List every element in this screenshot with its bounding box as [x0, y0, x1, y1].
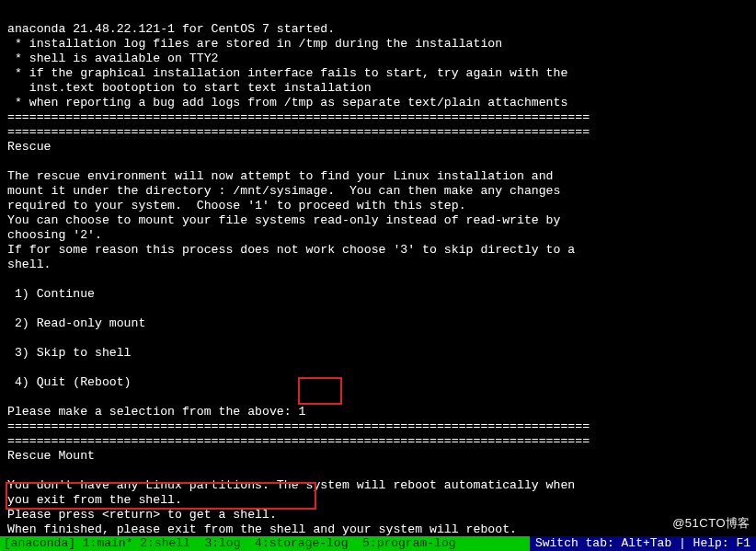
rescue-text: shell.: [7, 258, 51, 271]
menu-option[interactable]: 2) Read-only mount: [7, 316, 145, 330]
mount-text: you exit from the shell.: [7, 493, 182, 507]
blank-line: [7, 155, 15, 168]
rescue-text: You can choose to mount your file system…: [7, 213, 560, 227]
header-bullet: * installation log files are stored in /…: [7, 37, 502, 51]
mount-text: When finished, please exit from the shel…: [7, 522, 517, 536]
blank-line: [7, 361, 15, 374]
status-bar: [anaconda] 1:main* 2:shell 3:log 4:stora…: [0, 536, 756, 551]
header-line: anaconda 21.48.22.121-1 for CentOS 7 sta…: [7, 22, 335, 36]
rescue-text: choosing '2'.: [7, 228, 102, 242]
rescue-text: required to your system. Choose '1' to p…: [7, 199, 466, 212]
input-highlight-box: [298, 377, 342, 405]
rescue-text: If for some reason this process does not…: [7, 243, 575, 257]
header-bullet: * if the graphical installation interfac…: [7, 66, 567, 80]
menu-option[interactable]: 3) Skip to shell: [7, 346, 132, 360]
divider: ========================================…: [7, 110, 590, 139]
press-return-line[interactable]: Please press <return> to get a shell.: [7, 508, 277, 522]
blank-line: [7, 302, 15, 316]
terminal-screen: anaconda 21.48.22.121-1 for CentOS 7 sta…: [0, 0, 756, 551]
mount-text: You don't have any Linux partitions. The…: [7, 478, 575, 492]
divider: ========================================…: [7, 419, 590, 448]
header-bullet: inst.text bootoption to start text insta…: [7, 81, 372, 95]
blank-line: [7, 331, 15, 345]
blank-line: [7, 464, 15, 477]
header-bullet: * shell is available on TTY2: [7, 52, 219, 65]
selection-prompt-text: Please make a selection from the above:: [7, 405, 299, 419]
section-title: Rescue: [7, 140, 51, 154]
menu-option[interactable]: 4) Quit (Reboot): [7, 375, 132, 389]
header-bullet: * when reporting a bug add logs from /tm…: [7, 96, 567, 109]
status-bar-left: [anaconda] 1:main* 2:shell 3:log 4:stora…: [0, 536, 530, 551]
blank-line: [7, 390, 15, 404]
section-title: Rescue Mount: [7, 449, 95, 463]
rescue-text: mount it under the directory : /mnt/sysi…: [7, 184, 560, 198]
selection-input[interactable]: [299, 405, 314, 419]
watermark: @51CTO博客: [672, 516, 750, 531]
status-bar-right: Switch tab: Alt+Tab | Help: F1: [530, 536, 756, 551]
menu-option[interactable]: 1) Continue: [7, 287, 95, 301]
blank-line: [7, 272, 15, 286]
rescue-text: The rescue environment will now attempt …: [7, 169, 554, 183]
selection-prompt-line: Please make a selection from the above:: [7, 405, 313, 419]
